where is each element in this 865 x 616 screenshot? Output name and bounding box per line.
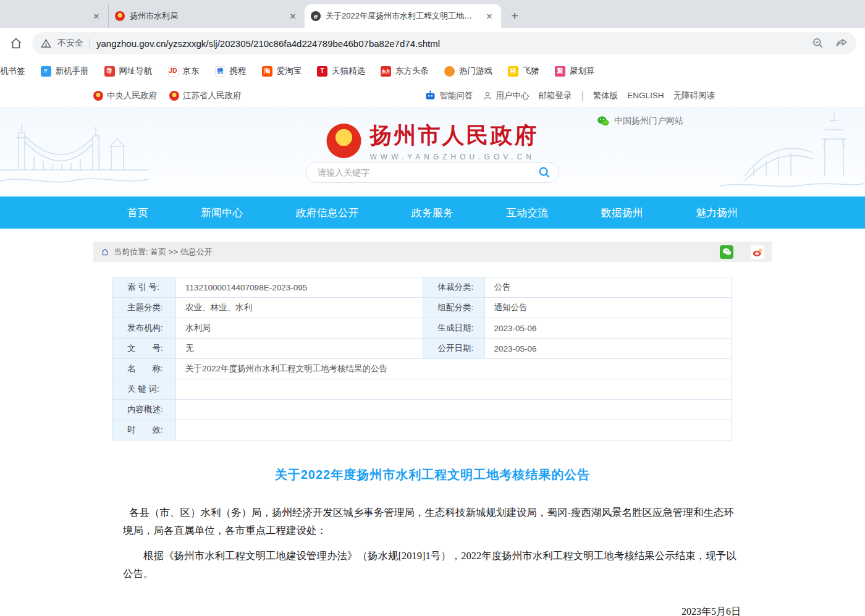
bookmark-item[interactable]: T 天猫精选 [313, 65, 369, 77]
bookmark-label: 网址导航 [119, 65, 153, 77]
gov-emblem-icon: ★ [327, 124, 361, 158]
article-title: 关于2022年度扬州市水利工程文明工地考核结果的公告 [123, 466, 742, 483]
new-tab-button[interactable]: + [506, 7, 523, 25]
table-row: 索 引 号: 11321000014407098E-2023-095 体裁分类:… [112, 277, 732, 298]
address-bar[interactable]: 不安全 yangzhou.gov.cn/yzszxxgk/slj/202305/… [32, 32, 856, 54]
gov-emblem-icon: ★ [169, 91, 179, 101]
nav-news[interactable]: 新闻中心 [201, 206, 243, 220]
breadcrumb: 当前位置: 首页 >> 信息公开 [93, 242, 772, 262]
tab-shuiliju[interactable]: ★ 扬州市水利局 ✕ [108, 4, 305, 28]
wechat-icon [597, 116, 609, 127]
search-input[interactable] [318, 167, 538, 177]
close-icon[interactable]: ✕ [484, 11, 495, 22]
bridge-artwork [0, 108, 148, 196]
nav-services[interactable]: 政务服务 [411, 206, 454, 220]
info-value: 公告 [484, 277, 732, 298]
info-label: 名 称: [112, 359, 176, 379]
info-value: 关于2022年度扬州市水利工程文明工地考核结果的公告 [176, 359, 732, 379]
juhuasuan-icon: 聚 [555, 66, 565, 77]
link-mail-login[interactable]: 邮箱登录 [539, 90, 572, 101]
jd-icon: JD [168, 66, 179, 77]
manual-icon: ≡ [41, 66, 51, 77]
games-icon [444, 66, 455, 77]
info-label: 主题分类: [112, 298, 176, 318]
info-value [176, 379, 732, 400]
share-weibo-icon[interactable] [751, 245, 764, 259]
nav-data[interactable]: 数据扬州 [601, 206, 643, 220]
user-icon [483, 91, 492, 101]
bookmark-item[interactable]: 淘 爱淘宝 [258, 65, 306, 77]
bookmark-item[interactable]: JD 京东 [164, 65, 203, 77]
info-label: 时 效: [112, 420, 176, 441]
nav-interaction[interactable]: 互动交流 [506, 206, 548, 220]
article-date: 2023年5月6日 [123, 605, 742, 616]
site-logo[interactable]: ★ 扬州市人民政府 WWW.YANGZHOU.GOV.CN [327, 120, 539, 161]
url-text[interactable]: yangzhou.gov.cn/yzszxxgk/slj/202305/210c… [96, 38, 806, 49]
link-user-center[interactable]: 用户中心 [483, 90, 530, 101]
portal-link[interactable]: 中国扬州门户网站 [597, 116, 683, 127]
nav-charm[interactable]: 魅力扬州 [696, 206, 738, 220]
home-icon[interactable] [9, 36, 23, 51]
bookmark-item[interactable]: 机书签 [0, 65, 29, 77]
tab-partial[interactable]: ✕ [0, 4, 108, 28]
table-row: 主题分类: 农业、林业、水利 组配分类: 通知公告 [112, 298, 732, 318]
bookmark-label: 爱淘宝 [277, 65, 302, 77]
info-value [176, 420, 732, 441]
info-label: 索 引 号: [112, 277, 176, 298]
share-wechat-icon[interactable] [720, 245, 733, 259]
link-central-gov[interactable]: ★ 中央人民政府 [93, 90, 157, 101]
info-value: 11321000014407098E-2023-095 [176, 277, 423, 298]
search-icon[interactable] [538, 166, 551, 179]
info-label: 体裁分类: [423, 277, 484, 298]
portal-label: 中国扬州门户网站 [614, 116, 683, 127]
table-row: 文 号: 无 公开日期: 2023-05-06 [112, 339, 732, 359]
gov-emblem-icon: ★ [115, 11, 125, 21]
bookmark-label: 飞猪 [523, 65, 539, 77]
bookmark-item[interactable]: 聚 聚划算 [551, 65, 599, 77]
info-value: 2023-05-06 [484, 339, 732, 359]
close-icon[interactable]: ✕ [287, 11, 298, 22]
bookmark-item[interactable]: 东方 东方头条 [377, 65, 432, 77]
site-favicon-icon: e [311, 11, 321, 21]
bookmark-item[interactable]: 热门游戏 [441, 65, 496, 77]
table-row: 关 键 词: [112, 379, 732, 400]
link-traditional-chinese[interactable]: 繁体版 [593, 90, 618, 101]
close-icon[interactable]: ✕ [91, 11, 102, 22]
info-label: 内容概述: [112, 400, 176, 420]
gov-emblem-icon: ★ [93, 91, 103, 101]
bookmark-item[interactable]: 导 网址导航 [101, 65, 156, 77]
bookmark-item[interactable]: ≡ 新机手册 [37, 65, 93, 77]
tab-title: 关于2022年度扬州市水利工程文明工地考核结果的公告 [326, 11, 479, 22]
bookmark-item[interactable]: 猪 飞猪 [504, 65, 543, 77]
nav-home[interactable]: 首页 [127, 206, 148, 220]
site-header-banner: ★ 扬州市人民政府 WWW.YANGZHOU.GOV.CN 中国扬州门户网站 [0, 108, 865, 196]
link-smart-qa[interactable]: 智能问答 [424, 90, 473, 101]
info-value [176, 400, 732, 420]
bookmark-item[interactable]: 携 携程 [211, 65, 250, 77]
zoom-out-icon[interactable] [812, 37, 824, 49]
warning-icon [41, 38, 51, 49]
security-label[interactable]: 不安全 [57, 38, 83, 49]
nav-info-disclosure[interactable]: 政府信息公开 [296, 206, 359, 220]
article-paragraph: 各县（市、区）水利（务）局，扬州经济开发区城乡事务管理局，生态科技新城规划建设局… [123, 504, 742, 540]
tab-title: 扬州市水利局 [130, 11, 282, 22]
info-label: 关 键 词: [112, 379, 176, 400]
info-value: 无 [176, 339, 423, 359]
site-title: 扬州市人民政府 [370, 120, 539, 151]
robot-icon [424, 90, 436, 101]
link-jiangsu-gov[interactable]: ★ 江苏省人民政府 [169, 90, 242, 101]
divider [90, 38, 90, 49]
link-english[interactable]: ENGLISH [627, 91, 664, 100]
table-row: 时 效: [112, 420, 732, 441]
breadcrumb-text[interactable]: 当前位置: 首页 >> 信息公开 [114, 247, 213, 258]
info-label: 发布机构: [112, 318, 176, 339]
article-paragraph: 根据《扬州市水利工程文明工地建设管理办法》（扬水规[2019]1号），2022年… [123, 547, 742, 583]
main-navigation: 首页 新闻中心 政府信息公开 政务服务 互动交流 数据扬州 魅力扬州 [0, 196, 865, 229]
site-search[interactable] [306, 162, 559, 183]
toutiao-icon: 东方 [381, 66, 391, 77]
table-row: 内容概述: [112, 400, 732, 420]
share-icon[interactable] [835, 37, 848, 49]
tab-active-announcement[interactable]: e 关于2022年度扬州市水利工程文明工地考核结果的公告 ✕ [305, 4, 501, 28]
link-accessibility[interactable]: 无障碍阅读 [673, 90, 715, 101]
nav-site-icon: 导 [104, 66, 115, 77]
